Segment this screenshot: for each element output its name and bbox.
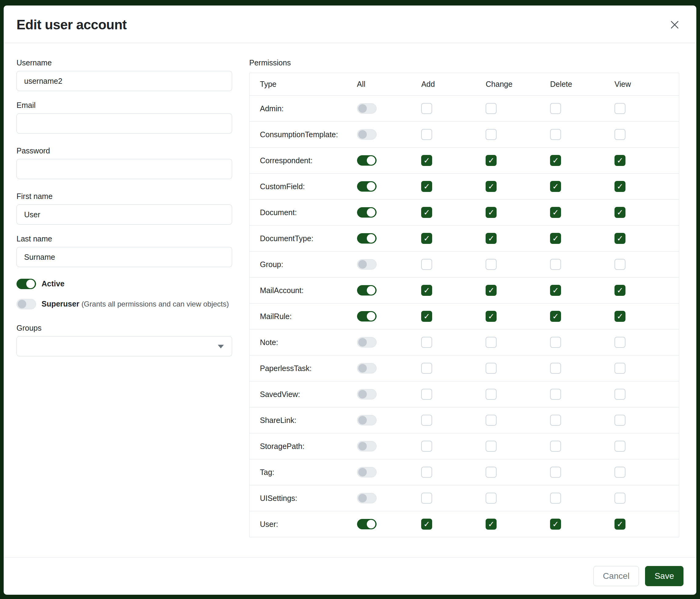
permission-change-checkbox[interactable] [485,415,497,426]
permission-change-checkbox[interactable] [485,207,497,218]
username-label: Username [17,58,232,67]
permission-add-checkbox[interactable] [421,311,432,322]
permission-add-checkbox[interactable] [421,207,432,218]
permission-view-checkbox[interactable] [615,337,625,348]
permission-view-checkbox[interactable] [615,311,625,322]
permission-add-checkbox[interactable] [421,389,432,400]
permission-delete-checkbox[interactable] [550,519,561,530]
first-name-input[interactable] [17,205,232,224]
permission-delete-checkbox[interactable] [550,207,561,218]
permission-view-checkbox[interactable] [615,285,625,296]
permission-change-checkbox[interactable] [485,311,497,322]
permission-delete-checkbox[interactable] [550,415,561,426]
permission-add-checkbox[interactable] [421,415,432,426]
save-button[interactable]: Save [645,566,683,586]
permission-view-checkbox[interactable] [615,467,625,478]
permission-change-checkbox[interactable] [485,389,497,400]
permission-all-toggle[interactable] [357,103,377,114]
permission-add-checkbox[interactable] [421,519,432,530]
permission-add-checkbox[interactable] [421,467,432,478]
permission-view-checkbox[interactable] [615,181,625,192]
permission-delete-checkbox[interactable] [550,389,561,400]
permission-all-toggle[interactable] [357,389,377,400]
permission-all-toggle[interactable] [357,311,377,321]
permission-view-checkbox[interactable] [615,415,625,426]
permission-view-checkbox[interactable] [615,233,625,244]
permission-delete-checkbox[interactable] [550,363,561,374]
permission-add-checkbox[interactable] [421,493,432,504]
permission-add-checkbox[interactable] [421,285,432,296]
permission-change-checkbox[interactable] [485,493,497,504]
permission-view-checkbox[interactable] [615,519,625,530]
permission-delete-checkbox[interactable] [550,441,561,452]
permission-all-toggle[interactable] [357,155,377,166]
permission-all-toggle[interactable] [357,337,377,348]
permission-all-toggle[interactable] [357,519,377,529]
permission-delete-checkbox[interactable] [550,311,561,322]
permission-add-checkbox[interactable] [421,337,432,348]
permission-view-checkbox[interactable] [615,441,625,452]
permission-delete-checkbox[interactable] [550,467,561,478]
permission-all-toggle[interactable] [357,363,377,374]
permission-delete-checkbox[interactable] [550,259,561,270]
permission-delete-checkbox[interactable] [550,285,561,296]
password-input[interactable] [17,159,232,179]
permission-add-checkbox[interactable] [421,181,432,192]
permission-delete-checkbox[interactable] [550,155,561,166]
permission-change-checkbox[interactable] [485,519,497,530]
permission-add-checkbox[interactable] [421,259,432,270]
permission-delete-checkbox[interactable] [550,129,561,140]
permission-change-checkbox[interactable] [485,363,497,374]
permission-all-toggle[interactable] [357,467,377,477]
permission-view-checkbox[interactable] [615,129,625,140]
permission-delete-checkbox[interactable] [550,337,561,348]
permission-add-checkbox[interactable] [421,103,432,114]
permission-change-checkbox[interactable] [485,181,497,192]
user-form: Username Email Password First name Last … [17,58,232,557]
permission-all-toggle[interactable] [357,493,377,503]
permission-view-checkbox[interactable] [615,155,625,166]
permission-change-checkbox[interactable] [485,233,497,244]
permission-change-checkbox[interactable] [485,467,497,478]
close-button[interactable] [667,17,682,32]
permission-view-checkbox[interactable] [615,493,625,504]
permission-add-checkbox[interactable] [421,129,432,140]
permission-change-checkbox[interactable] [485,129,497,140]
permission-delete-checkbox[interactable] [550,103,561,114]
permission-all-toggle[interactable] [357,259,377,269]
permission-change-checkbox[interactable] [485,259,497,270]
permission-all-toggle[interactable] [357,129,377,140]
permission-delete-checkbox[interactable] [550,493,561,504]
permission-view-checkbox[interactable] [615,389,625,400]
permission-change-checkbox[interactable] [485,155,497,166]
permission-all-toggle[interactable] [357,233,377,244]
permission-all-toggle[interactable] [357,207,377,218]
permission-change-checkbox[interactable] [485,337,497,348]
permission-all-toggle[interactable] [357,441,377,451]
email-input[interactable] [17,113,232,134]
permission-all-toggle[interactable] [357,285,377,295]
permission-change-checkbox[interactable] [485,441,497,452]
last-name-input[interactable] [17,247,232,267]
permission-add-checkbox[interactable] [421,233,432,244]
username-input[interactable] [17,71,232,91]
permission-add-checkbox[interactable] [421,363,432,374]
groups-label: Groups [17,324,232,333]
permission-add-checkbox[interactable] [421,155,432,166]
groups-select[interactable] [17,336,232,356]
permission-view-checkbox[interactable] [615,363,625,374]
permission-change-checkbox[interactable] [485,103,497,114]
active-toggle[interactable] [17,279,36,289]
permission-view-checkbox[interactable] [615,103,625,114]
permission-add-checkbox[interactable] [421,441,432,452]
permission-all-toggle[interactable] [357,415,377,425]
cancel-button[interactable]: Cancel [593,566,639,586]
superuser-toggle[interactable] [17,299,36,309]
permission-all-toggle[interactable] [357,181,377,192]
permission-view-checkbox[interactable] [615,259,625,270]
permission-view-checkbox[interactable] [615,207,625,218]
permission-change-checkbox[interactable] [485,285,497,296]
toggle-knob [367,208,375,217]
permission-delete-checkbox[interactable] [550,181,561,192]
permission-delete-checkbox[interactable] [550,233,561,244]
